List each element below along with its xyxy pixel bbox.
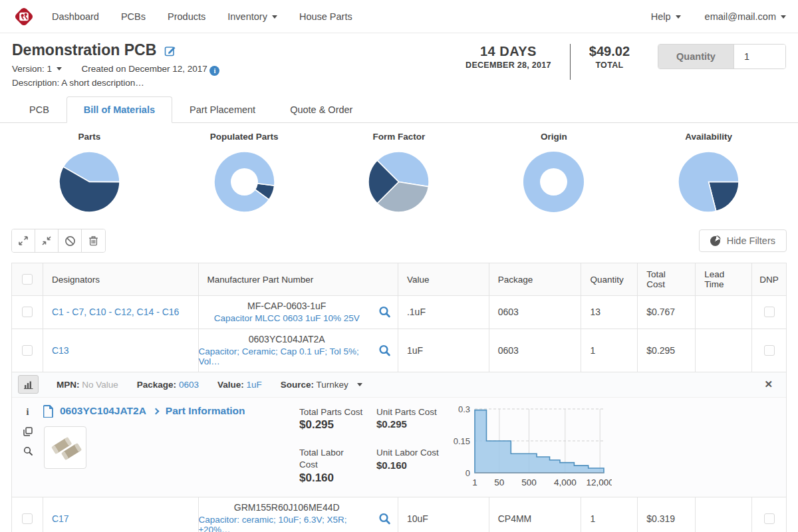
account-menu[interactable]: email@mail.com (705, 11, 786, 22)
package-cell: 0603 (489, 329, 582, 372)
tab-bill-of-materials[interactable]: Bill of Materials (66, 96, 172, 123)
search-icon[interactable] (378, 344, 391, 356)
designators-link[interactable]: C1 - C7, C10 - C12, C14 - C16 (52, 307, 179, 317)
form-factor-pie-chart[interactable] (367, 150, 430, 213)
col-quantity: Quantity (581, 263, 638, 295)
expand-all-button[interactable] (12, 229, 35, 252)
detail-mpn-value: No Value (82, 380, 118, 390)
table-row: C1 - C7, C10 - C12, C14 - C16 MF-CAP-060… (12, 296, 786, 329)
tab-quote-order[interactable]: Quote & Order (273, 96, 370, 123)
unit-labor-cost: Unit Labor Cost $0.160 (376, 447, 440, 492)
hide-filters-label: Hide Filters (727, 235, 775, 246)
filter-populated-parts: Populated Parts (167, 132, 322, 213)
dnp-checkbox[interactable] (764, 307, 775, 317)
filter-charts: Parts Populated Parts Form Factor Origin… (0, 123, 798, 213)
row-checkbox[interactable] (22, 513, 33, 524)
chart-title: Form Factor (373, 132, 426, 142)
pdf-icon (43, 405, 54, 418)
nav-links: Dashboard PCBs Products Inventory House … (52, 11, 352, 22)
version-dropdown[interactable]: Version: 1 (12, 64, 65, 74)
search-icon[interactable] (378, 306, 391, 319)
cost-summary: Total Parts Cost $0.295 Unit Parts Cost … (299, 406, 440, 493)
detail-package: Package: 0603 (137, 380, 199, 390)
price-break-chart: 00.150.31505004,00012,000 (447, 402, 612, 493)
part-number-link[interactable]: 0603YC104JAT2A (60, 405, 146, 417)
tab-pcb[interactable]: PCB (12, 96, 66, 123)
lead-time-cell (696, 497, 752, 532)
caret-down-icon (272, 15, 277, 19)
detail-value-label: Value: (217, 380, 244, 390)
mpn-description-link[interactable]: Capacitor; Ceramic; Cap 0.1 uF; Tol 5%; … (199, 346, 375, 367)
origin-pie-chart[interactable] (522, 150, 585, 213)
price-chart-toggle-button[interactable] (18, 375, 39, 394)
detail-mpn: MPN: No Value (57, 380, 118, 390)
nav-item-pcbs[interactable]: PCBs (121, 11, 146, 22)
select-all-checkbox[interactable] (22, 274, 33, 285)
ban-icon (65, 235, 76, 247)
cost-value: $0.160 (376, 460, 440, 471)
edit-icon[interactable] (164, 45, 176, 57)
part-detail-panel: MPN: No Value Package: 0603 Value: 1uF S… (12, 372, 786, 497)
part-info-icon[interactable]: i (27, 408, 29, 417)
quantity-input[interactable] (733, 45, 785, 68)
account-label: email@mail.com (705, 11, 776, 22)
caret-down-icon (676, 15, 681, 19)
cost-value: $0.160 (299, 471, 363, 485)
copy-icon[interactable] (23, 427, 33, 436)
chevron-right-icon (152, 408, 159, 414)
collapse-all-button[interactable] (35, 229, 59, 252)
chart-title: Availability (685, 132, 732, 142)
tab-part-placement[interactable]: Part Placement (172, 96, 273, 123)
total-label: TOTAL (589, 61, 630, 70)
part-information-link[interactable]: Part Information (166, 405, 245, 417)
col-dnp: DNP (752, 263, 786, 295)
nav-item-house-parts[interactable]: House Parts (299, 11, 352, 22)
total-parts-cost: Total Parts Cost $0.295 (299, 406, 363, 440)
help-menu[interactable]: Help (651, 11, 681, 22)
macrofab-logo[interactable] (12, 5, 36, 29)
quantity-cell: 1 (581, 329, 638, 372)
page-header: Demonstration PCB Version: 1 Created on … (0, 33, 798, 88)
nav-item-dashboard[interactable]: Dashboard (52, 11, 99, 22)
svg-text:500: 500 (521, 477, 537, 487)
detail-package-link[interactable]: 0603 (179, 380, 199, 390)
mpn-description-link[interactable]: Capacitor: ceramic; 10uF; 6.3V; X5R; ±20… (199, 515, 375, 532)
collapse-icon (41, 235, 52, 246)
value-cell: 1uF (398, 329, 489, 372)
detail-value-link[interactable]: 1uF (246, 380, 261, 390)
populated-parts-pie-chart[interactable] (213, 150, 276, 213)
mpn-description-link[interactable]: Capacitor MLCC 0603 1uF 10% 25V (214, 313, 360, 324)
dnp-checkbox[interactable] (764, 513, 775, 524)
search-icon[interactable] (23, 446, 33, 456)
row-checkbox[interactable] (22, 345, 33, 356)
designators-link[interactable]: C17 (52, 513, 69, 524)
nav-item-inventory[interactable]: Inventory (227, 11, 277, 22)
svg-text:12,000: 12,000 (587, 477, 612, 487)
delete-button[interactable] (82, 229, 105, 252)
source-dropdown[interactable]: Source: Turnkey (281, 380, 362, 390)
part-thumbnail[interactable] (44, 426, 86, 469)
table-row: C17 GRM155R60J106ME44D Capacitor: cerami… (12, 497, 786, 532)
filter-form-factor: Form Factor (322, 132, 477, 213)
filter-availability: Availability (631, 132, 786, 213)
bom-table: Designators Manufacturer Part Number Val… (11, 263, 787, 532)
exclude-button[interactable] (59, 229, 82, 252)
version-value: 1 (47, 64, 53, 74)
search-icon[interactable] (378, 512, 391, 525)
total-cost-cell: $0.767 (638, 296, 696, 329)
parts-pie-chart[interactable] (58, 150, 121, 213)
col-mpn: Manufacturer Part Number (199, 263, 398, 295)
row-checkbox[interactable] (22, 307, 33, 317)
col-lead-time: Lead Time (696, 263, 752, 295)
chart-title: Populated Parts (210, 132, 279, 142)
hide-filters-button[interactable]: Hide Filters (699, 229, 787, 252)
total-cost-cell: $0.319 (638, 497, 696, 532)
designators-link[interactable]: C13 (52, 345, 69, 356)
nav-item-products[interactable]: Products (168, 11, 205, 22)
svg-text:0.15: 0.15 (454, 436, 470, 446)
dnp-checkbox[interactable] (764, 345, 775, 356)
availability-pie-chart[interactable] (677, 150, 740, 213)
quantity-cell: 13 (581, 296, 638, 329)
info-icon[interactable]: i (209, 66, 219, 76)
close-icon[interactable]: ✕ (764, 378, 773, 390)
